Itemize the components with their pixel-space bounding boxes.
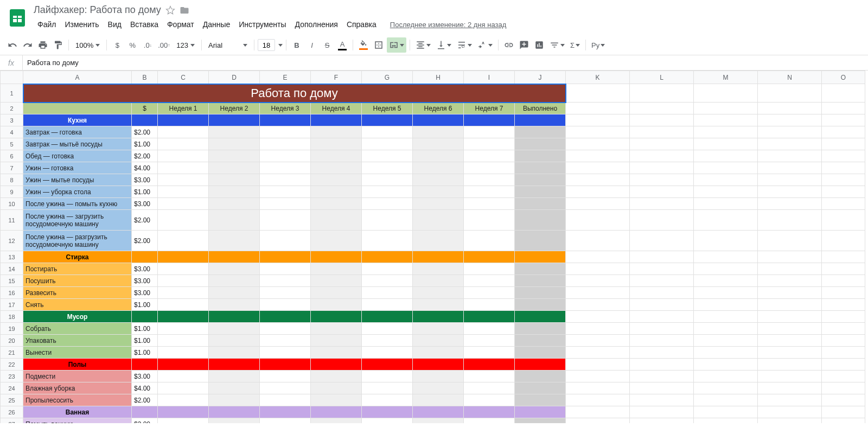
cell[interactable] [694,174,758,186]
cell[interactable] [311,231,362,251]
row-header-9[interactable]: 9 [1,186,23,198]
cell[interactable] [260,198,311,210]
cell[interactable] [630,84,694,103]
cell[interactable] [566,210,630,231]
cell[interactable] [464,174,515,186]
cell[interactable] [311,138,362,150]
task-price[interactable]: $1.00 [132,299,158,311]
done-cell[interactable] [515,174,566,186]
done-cell[interactable] [515,287,566,299]
cell[interactable] [209,231,260,251]
title-cell[interactable]: Работа по дому [23,84,566,103]
cell[interactable] [822,418,865,424]
cell[interactable] [260,114,311,126]
cell[interactable] [758,174,822,186]
cell[interactable] [209,323,260,335]
cell[interactable] [311,335,362,347]
cell[interactable] [464,263,515,275]
cell[interactable] [362,150,413,162]
cell[interactable] [464,126,515,138]
cell[interactable] [822,103,865,114]
task-name[interactable]: Подмести [23,371,132,382]
cell[interactable] [630,174,694,186]
cell[interactable] [362,186,413,198]
cell[interactable] [362,174,413,186]
cell[interactable] [758,126,822,138]
cell[interactable] [822,263,865,275]
cell[interactable] [630,198,694,210]
cell[interactable] [209,186,260,198]
cell[interactable] [362,394,413,406]
cell[interactable] [413,251,464,263]
cell[interactable] [566,103,630,114]
col-header-F[interactable]: F [311,71,362,84]
cell[interactable] [822,335,865,347]
row-header-22[interactable]: 22 [1,359,23,371]
done-header[interactable]: Выполнено [515,103,566,114]
cell[interactable] [822,198,865,210]
cell[interactable] [566,198,630,210]
menu-view[interactable]: Вид [104,18,125,31]
cell[interactable] [566,186,630,198]
done-cell[interactable] [515,162,566,174]
cell[interactable] [566,138,630,150]
cell[interactable] [694,210,758,231]
cell[interactable] [158,198,209,210]
folder-icon[interactable] [180,5,189,15]
task-name[interactable]: Помыть ванную [23,418,132,424]
cell[interactable] [566,275,630,287]
cell[interactable] [694,103,758,114]
insert-link-button[interactable] [502,37,516,53]
col-header-J[interactable]: J [515,71,566,84]
cell[interactable] [311,382,362,394]
cell[interactable] [209,311,260,323]
cell[interactable] [694,114,758,126]
cell[interactable] [566,311,630,323]
vertical-align-button[interactable] [434,37,454,53]
cell[interactable] [694,371,758,382]
fill-color-button[interactable] [356,37,371,53]
row-header-27[interactable]: 27 [1,418,23,424]
row-header-26[interactable]: 26 [1,406,23,418]
cell[interactable] [158,347,209,359]
cell[interactable] [464,299,515,311]
cell[interactable] [413,174,464,186]
cell[interactable] [413,406,464,418]
cell[interactable] [132,114,158,126]
cell[interactable] [158,251,209,263]
cell[interactable] [822,251,865,263]
done-cell[interactable] [515,138,566,150]
cell[interactable] [311,174,362,186]
cell[interactable] [758,418,822,424]
cell[interactable] [758,114,822,126]
last-edit-link[interactable]: Последнее изменение: 2 дня назад [390,21,506,29]
cell[interactable] [822,126,865,138]
cell[interactable] [158,359,209,371]
row-header-7[interactable]: 7 [1,162,23,174]
cell[interactable] [758,162,822,174]
cell[interactable] [413,382,464,394]
cell[interactable] [362,138,413,150]
task-price[interactable]: $3.00 [132,263,158,275]
cell[interactable] [311,126,362,138]
cell[interactable] [209,418,260,424]
cell[interactable] [464,418,515,424]
task-price[interactable]: $3.00 [132,371,158,382]
cell[interactable] [362,231,413,251]
cell[interactable] [362,382,413,394]
cell[interactable] [464,311,515,323]
cell[interactable] [630,150,694,162]
cell[interactable] [566,394,630,406]
cell[interactable] [694,359,758,371]
cell[interactable] [464,251,515,263]
task-price[interactable]: $1.00 [132,186,158,198]
done-cell[interactable] [515,394,566,406]
cell[interactable] [630,335,694,347]
cell[interactable] [630,394,694,406]
cell[interactable] [158,138,209,150]
horizontal-align-button[interactable] [413,37,433,53]
cell[interactable] [260,231,311,251]
cell[interactable] [694,150,758,162]
row-header-25[interactable]: 25 [1,394,23,406]
cell[interactable] [758,150,822,162]
